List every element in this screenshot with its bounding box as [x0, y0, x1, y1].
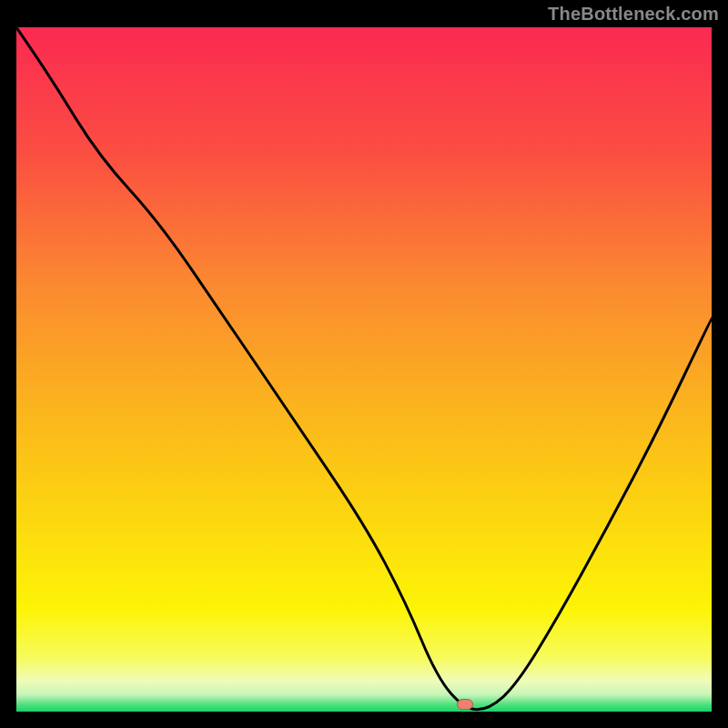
plot-area: [16, 27, 712, 712]
optimal-marker: [457, 699, 473, 710]
attribution-text: TheBottleneck.com: [548, 4, 719, 25]
gradient-background: [16, 27, 712, 712]
bottleneck-chart: [16, 27, 712, 712]
chart-frame: TheBottleneck.com: [0, 0, 728, 728]
